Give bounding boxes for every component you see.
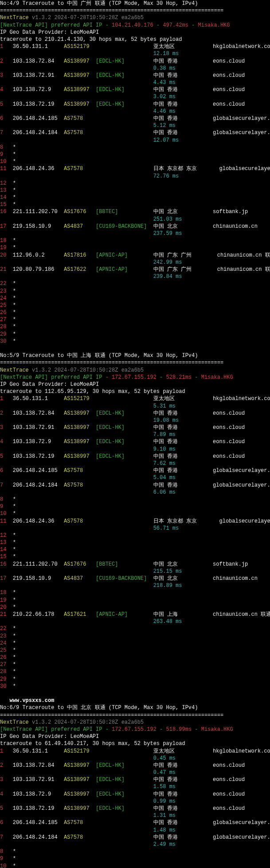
output-line: traceroute to 210.21.4.130, 30 hops max,… [0,36,270,43]
output-line: 13 * [0,539,270,546]
output-line: 14 * [0,194,270,201]
output-line: 7.89 ms [0,431,270,438]
output-line: 20 * [0,604,270,611]
output-line: 9 * [0,151,270,158]
output-line: 1 36.50.131.1 AS152179 亚太地区 hkglobalnetw… [0,395,270,402]
output-line: 10 * [0,510,270,517]
output-line: 30 * [0,683,270,690]
output-line: 30 * [0,338,270,345]
output-line: 15 * [0,553,270,560]
output-line: NextTrace v1.3.2 2024-07-28T10:50:28Z ea… [0,367,270,374]
output-line: 8 * [0,848,270,855]
output-line: No:6/9 Traceroute to 中国 北京 联通 (TCP Mode,… [0,704,270,711]
watermark: www.vpsxxs.com [0,697,270,704]
output-line: 12.07 ms [0,137,270,144]
output-line: 14 * [0,546,270,553]
output-line: 10 * [0,158,270,165]
output-line: 242.99 ms [0,259,270,266]
output-line: 6 206.148.24.185 AS7578 中国 香港 globalsecu… [0,819,270,826]
output-line: 8 * [0,144,270,151]
output-line: 15 * [0,201,270,208]
output-line: ========================================… [0,712,270,719]
output-line: [NextTrace API] preferred API IP - 172.6… [0,726,270,733]
output-line: 251.03 ms [0,216,270,223]
output-line: 16 221.111.202.70 AS17676 [BBTEC] 中国 北京 … [0,208,270,215]
output-line: 0.38 ms [0,65,270,72]
output-line: 6 206.148.24.185 AS7578 中国 香港 globalsecu… [0,467,270,474]
output-line: 2 103.138.72.84 AS138997 [EDCL-HK] 中国 香港… [0,762,270,769]
output-line: 19.08 ms [0,417,270,424]
output-line: 218.89 ms [0,582,270,589]
output-line: 27 * [0,316,270,323]
output-line: NextTrace v1.3.2 2024-07-28T10:50:28Z ea… [0,14,270,21]
output-line: 0.47 ms [0,769,270,776]
output-line: 72.76 ms [0,173,270,180]
output-line: 12.18 ms [0,50,270,57]
output-line: 13 * [0,187,270,194]
output-line: 19 * [0,244,270,251]
output-line [0,690,270,697]
output-line: 3 103.138.72.91 AS138997 [EDCL-HK] 中国 香港… [0,72,270,79]
output-line: traceroute to 112.65.95.129, 30 hops max… [0,388,270,395]
output-line: 21 120.80.79.186 AS17622 [APNIC-AP] 中国 广… [0,266,270,273]
output-line: 1 36.50.131.1 AS152179 亚太地区 hkglobalnetw… [0,43,270,50]
output-line: 2.49 ms [0,841,270,848]
output-line: 1.48 ms [0,827,270,834]
output-line: 4.46 ms [0,108,270,115]
output-line: 4.43 ms [0,79,270,86]
output-line: 3.02 ms [0,93,270,100]
output-line: [NextTrace API] preferred API IP - 104.2… [0,22,270,29]
output-line: 12 * [0,532,270,539]
output-line: 8 * [0,496,270,503]
output-line: 9 * [0,503,270,510]
output-line: 11 206.148.24.36 AS7578 日本 东京都 东京 global… [0,518,270,525]
output-line: 4 103.138.72.9 AS138997 [EDCL-HK] 中国 香港 … [0,791,270,798]
output-line: traceroute to 61.49.140.217, 30 hops max… [0,740,270,747]
output-line: 3 103.138.72.91 AS138997 [EDCL-HK] 中国 香港… [0,424,270,431]
output-line [0,345,270,352]
output-line: 7.62 ms [0,460,270,467]
output-line: 2 103.138.72.84 AS138997 [EDCL-HK] 中国 香港… [0,58,270,65]
output-line: 2 103.138.72.84 AS138997 [EDCL-HK] 中国 香港… [0,410,270,417]
output-line: 25 * [0,302,270,309]
output-line: 1 36.50.131.1 AS152179 亚太地区 hkglobalnetw… [0,748,270,755]
output-line: 29 * [0,331,270,338]
output-line: 5.12 ms [0,122,270,129]
output-line: 22 * [0,625,270,632]
output-line: 263.48 ms [0,618,270,625]
output-line: 215.15 ms [0,568,270,575]
output-line: IP Geo Data Provider: LeoMoeAPI [0,733,270,740]
output-line: 11 206.148.24.36 AS7578 日本 东京都 东京 global… [0,165,270,172]
output-line: 6 206.148.24.185 AS7578 中国 香港 globalsecu… [0,115,270,122]
output-line: 1.31 ms [0,812,270,819]
output-line: 5 103.138.72.19 AS138997 [EDCL-HK] 中国 香港… [0,805,270,812]
output-line: 5.04 ms [0,474,270,481]
terminal-output: No:4/9 Traceroute to 中国 广州 联通 (TCP Mode,… [0,0,270,868]
output-line: 4 103.138.72.9 AS138997 [EDCL-HK] 中国 香港 … [0,438,270,445]
output-line: 7 206.148.24.184 AS7578 中国 香港 globalsecu… [0,129,270,136]
output-line: 28 * [0,668,270,675]
output-line: 6.06 ms [0,489,270,496]
output-line: 5 103.138.72.19 AS138997 [EDCL-HK] 中国 香港… [0,453,270,460]
output-line: 29 * [0,676,270,683]
output-line: 1.58 ms [0,783,270,790]
output-line: 17 219.158.10.9 AS4837 [CU169-BACKBONE] … [0,575,270,582]
output-line: 24 * [0,640,270,647]
output-line: 16 221.111.202.70 AS17676 [BBTEC] 中国 北京 … [0,561,270,568]
output-line: IP Geo Data Provider: LeoMoeAPI [0,29,270,36]
output-line: 0.45 ms [0,755,270,762]
output-line: 27 * [0,661,270,668]
output-line: 7 206.148.24.184 AS7578 中国 香港 globalsecu… [0,482,270,489]
output-line: 237.59 ms [0,230,270,237]
output-line: 28 * [0,323,270,330]
output-line: 5 103.138.72.19 AS138997 [EDCL-HK] 中国 香港… [0,101,270,108]
output-line: NextTrace v1.3.2 2024-07-28T10:50:28Z ea… [0,719,270,726]
output-line: 19 * [0,597,270,604]
output-line: 18 * [0,589,270,596]
output-line: 26 * [0,654,270,661]
output-line: No:4/9 Traceroute to 中国 广州 联通 (TCP Mode,… [0,0,270,7]
output-line: 25 * [0,647,270,654]
output-line: 26 * [0,309,270,316]
output-line: ========================================… [0,359,270,366]
output-line: 9 * [0,855,270,862]
